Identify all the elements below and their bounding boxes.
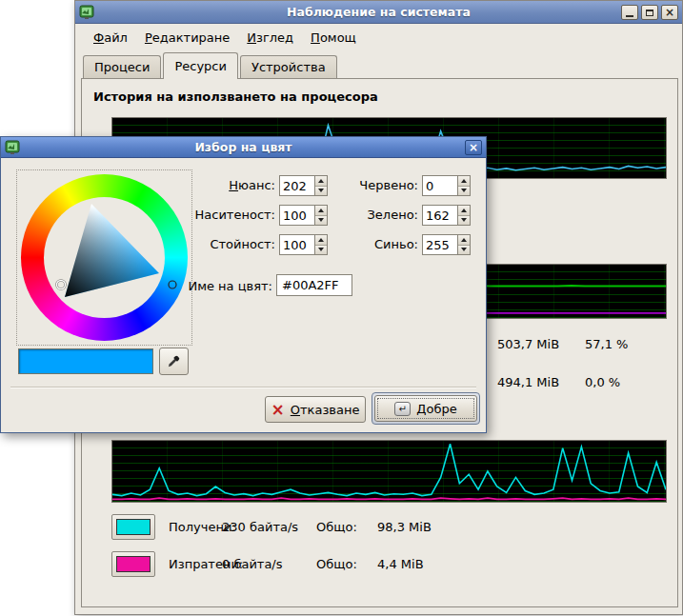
hue-label: Нюанс: xyxy=(153,175,275,196)
cpu-history-title: История на използването на процесора xyxy=(93,89,378,104)
dialog-titlebar[interactable]: Избор на цвят × xyxy=(1,137,486,158)
green-up-button[interactable] xyxy=(458,206,470,216)
swap-used-percent: 0,0 % xyxy=(585,375,620,389)
eyedropper-button[interactable] xyxy=(159,348,189,375)
maximize-button[interactable] xyxy=(641,5,658,20)
menu-file[interactable]: Файл xyxy=(85,27,136,50)
cancel-label: Отказване xyxy=(291,403,360,417)
red-down-button[interactable] xyxy=(458,187,470,196)
received-legend-row: Получени: 230 байта/s Общо: 98,3 MiB xyxy=(111,514,645,540)
red-up-button[interactable] xyxy=(458,176,470,187)
received-total-label: Общо: xyxy=(316,514,357,540)
ok-icon: ↵ xyxy=(394,402,411,416)
menu-view[interactable]: Изглед xyxy=(238,27,302,50)
eyedropper-icon xyxy=(167,354,181,368)
hue-input[interactable] xyxy=(280,176,314,195)
sv-marker[interactable] xyxy=(57,281,66,289)
tab-processes[interactable]: Процеси xyxy=(83,55,161,78)
tab-devices[interactable]: Устройства xyxy=(240,55,337,78)
red-input[interactable] xyxy=(423,176,457,195)
window-title: Наблюдение на системата xyxy=(75,5,682,19)
color-name-label: Име на цвят: xyxy=(153,276,272,297)
menu-help[interactable]: Помощ xyxy=(302,27,365,50)
menu-edit[interactable]: Редактиране xyxy=(136,27,238,50)
cancel-button[interactable]: × Отказване xyxy=(265,396,366,423)
arrow-up-icon xyxy=(461,179,467,183)
close-icon: × xyxy=(665,7,674,18)
close-button[interactable]: × xyxy=(661,5,678,20)
arrow-down-icon xyxy=(461,189,467,192)
current-color-preview xyxy=(18,348,153,374)
ok-label: Добре xyxy=(416,402,456,416)
arrow-up-icon xyxy=(461,238,467,242)
blue-spinner xyxy=(422,234,471,255)
green-input[interactable] xyxy=(423,206,457,225)
arrow-down-icon xyxy=(461,248,467,251)
hsv-triangle[interactable] xyxy=(17,170,193,347)
dialog-close-button[interactable]: × xyxy=(465,140,482,155)
sent-total-label: Общо: xyxy=(316,551,357,577)
main-titlebar[interactable]: Наблюдение на системата × xyxy=(75,1,682,24)
received-color-button[interactable] xyxy=(111,514,155,540)
color-chooser-dialog: Избор на цвят × xyxy=(0,136,487,433)
color-name-input[interactable] xyxy=(276,274,352,296)
value-label: Стойност: xyxy=(153,234,275,255)
dialog-title: Избор на цвят xyxy=(1,140,486,154)
dialog-icon xyxy=(5,140,20,155)
received-color-swatch xyxy=(116,519,151,535)
window-controls: × xyxy=(621,5,678,20)
cancel-x-icon: × xyxy=(271,403,285,417)
tab-bar: Процеси Ресурси Устройства xyxy=(83,52,339,79)
desktop: Наблюдение на системата × Файл Редактира… xyxy=(0,0,683,616)
sent-color-button[interactable] xyxy=(111,551,155,577)
system-monitor-icon xyxy=(79,5,94,20)
green-spinner xyxy=(422,205,471,226)
ok-default-ring: ↵ Добре xyxy=(372,392,480,425)
saturation-label: Наситеност: xyxy=(153,205,275,226)
maximize-icon xyxy=(646,10,653,16)
minimize-button[interactable] xyxy=(621,5,638,20)
red-label: Червено: xyxy=(315,175,418,196)
tab-resources[interactable]: Ресурси xyxy=(163,52,238,79)
swap-used-amount: 494,1 MiB xyxy=(497,375,559,389)
minimize-icon xyxy=(626,15,633,17)
blue-down-button[interactable] xyxy=(458,246,470,255)
blue-label: Синьо: xyxy=(315,234,418,255)
memory-used-percent: 57,1 % xyxy=(585,337,628,351)
green-label: Зелено: xyxy=(315,205,418,226)
action-area-separator xyxy=(10,387,476,388)
sent-total: 4,4 MiB xyxy=(377,551,424,577)
value-input[interactable] xyxy=(280,235,314,254)
blue-up-button[interactable] xyxy=(458,235,470,246)
sent-color-swatch xyxy=(116,556,151,572)
green-down-button[interactable] xyxy=(458,216,470,226)
received-rate: 230 байта/s xyxy=(222,514,298,540)
saturation-input[interactable] xyxy=(280,206,314,225)
arrow-down-icon xyxy=(461,218,467,222)
arrow-up-icon xyxy=(461,209,467,212)
received-total: 98,3 MiB xyxy=(377,514,432,540)
memory-used-amount: 503,7 MiB xyxy=(497,337,559,351)
ok-button[interactable]: ↵ Добре xyxy=(374,395,477,422)
menubar: Файл Редактиране Изглед Помощ xyxy=(85,27,365,50)
sent-legend-row: Изпратени: 0 байта/s Общо: 4,4 MiB xyxy=(111,551,645,577)
network-history-chart xyxy=(111,440,667,503)
sent-rate: 0 байта/s xyxy=(222,551,283,577)
blue-input[interactable] xyxy=(423,235,457,254)
red-spinner xyxy=(422,175,471,196)
